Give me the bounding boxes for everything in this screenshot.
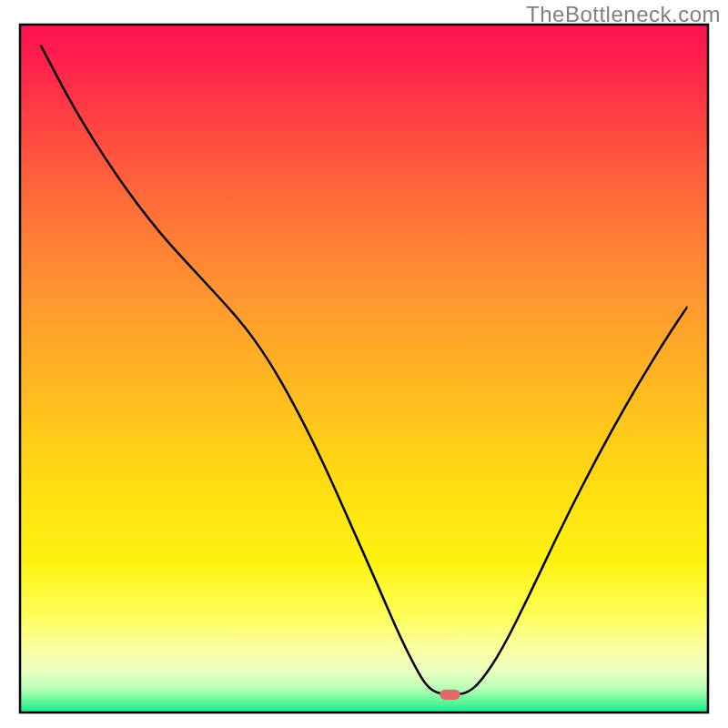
bottleneck-chart [0, 0, 728, 728]
plot-area [20, 25, 708, 713]
optimum-marker [440, 690, 460, 700]
gradient-background [20, 25, 708, 713]
chart-container: TheBottleneck.com [0, 0, 728, 728]
watermark-text: TheBottleneck.com [526, 2, 721, 27]
